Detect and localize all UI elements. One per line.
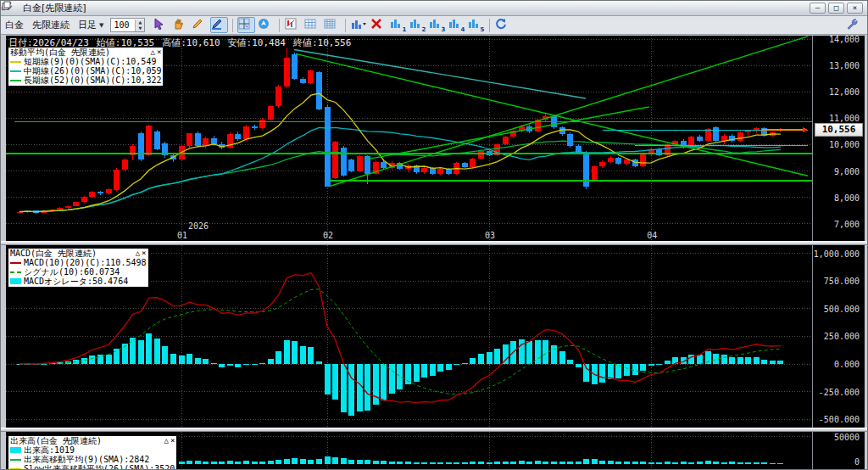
- legend-row: 出来高:1019: [10, 445, 175, 455]
- toolbar-separator: [489, 19, 490, 32]
- marker-tool-button[interactable]: [210, 17, 228, 33]
- legend-title: 移動平均(白金 先限連続): [10, 48, 110, 57]
- minimize-button[interactable]: –: [810, 3, 826, 14]
- toolbar: 白金 先限連続 日足 ▼ ▲ ▼: [1, 16, 867, 35]
- legend-text: シグナル(10):60.0734: [24, 267, 120, 277]
- price-tick-label: 11,000: [829, 114, 860, 123]
- copy-window-icon[interactable]: [793, 3, 807, 14]
- month-label-04: 04: [647, 231, 657, 240]
- legend-swatch: [10, 271, 21, 273]
- collapse-icon[interactable]: △: [151, 48, 155, 57]
- legend-title-row: MACD(白金 先限連続)△×: [10, 249, 147, 258]
- crosshair-tool-button[interactable]: [237, 17, 255, 33]
- legend-text: Slow出来高移動平均(26)(SMA):3520: [24, 464, 175, 470]
- toolbar-separator: [345, 19, 346, 32]
- legend-text: 中期線(26)(0)(SMA)(C):10,059: [24, 66, 161, 76]
- grid-button[interactable]: [303, 17, 321, 33]
- period-value: 日足: [78, 19, 97, 31]
- close-icon[interactable]: ×: [157, 48, 161, 57]
- collapse-icon[interactable]: △: [136, 249, 140, 258]
- toolbar-separator: [279, 19, 280, 32]
- legend-text: 長期線(52)(0)(SMA)(C):10,322: [24, 76, 161, 85]
- indicator-5-button[interactable]: 5: [467, 17, 485, 33]
- legend-row: 長期線(52)(0)(SMA)(C):10,322: [10, 76, 161, 85]
- legend-swatch: [10, 61, 21, 63]
- symbol-label: 白金: [5, 19, 24, 31]
- month-label-02: 02: [323, 231, 333, 240]
- legend-swatch: [10, 468, 21, 470]
- macd-tick-label: 750.000: [824, 277, 860, 286]
- legend-swatch: [10, 80, 21, 81]
- refresh-g-icon[interactable]: [777, 3, 791, 14]
- legend-controls: △×: [136, 249, 147, 258]
- quote-field: 終値:10,556: [293, 37, 351, 48]
- chart-region: 日付:2026/04/23始値:10,535高値:10,610安値:10,484…: [1, 35, 867, 469]
- legend-swatch: [10, 447, 21, 453]
- indicator-1-button[interactable]: 1: [389, 17, 407, 33]
- price-axis-gutter[interactable]: 10,556 14,00013,00012,00011,00010,0009,0…: [812, 36, 865, 469]
- volume-tick-label: 50000: [834, 433, 860, 442]
- volume-tick-label: 0: [854, 457, 860, 467]
- price-tick-label: 14,000: [829, 35, 860, 44]
- legend-swatch: [10, 278, 21, 284]
- close-button[interactable]: ×: [847, 3, 863, 14]
- legend-title-row: 出来高(白金 先限連続)△×: [10, 436, 175, 445]
- legend-text: 出来高移動平均(9)(SMA):2842: [24, 455, 149, 464]
- indicator-number: 2: [422, 26, 426, 33]
- macd-tick-label: -500.000: [819, 415, 860, 424]
- period-select[interactable]: 日足 ▼: [78, 19, 103, 31]
- legend-row: Slow出来高移動平均(26)(SMA):3520: [10, 464, 175, 470]
- indicator-4-button[interactable]: 4: [448, 17, 465, 33]
- legend-swatch: [10, 459, 21, 461]
- pen-icon[interactable]: [761, 3, 775, 14]
- legend-row: 短期線(9)(0)(SMA)(C):10,549: [10, 57, 161, 66]
- grid-dense-button[interactable]: [323, 17, 341, 33]
- toolbar-separator: [232, 19, 233, 32]
- ma-legend: 移動平均(白金 先限連続)△×短期線(9)(0)(SMA)(C):10,549中…: [8, 47, 164, 87]
- price-tick-label: 8,000: [834, 193, 860, 203]
- close-icon[interactable]: ×: [142, 249, 146, 258]
- legend-text: MACD(10)(20)(C):110.5498: [24, 258, 147, 267]
- quote-field: 高値:10,610: [162, 37, 220, 48]
- dropdown-arrow-icon: ▼: [99, 22, 103, 29]
- legend-title: 出来高(白金 先限連続): [10, 436, 102, 445]
- maximize-button[interactable]: □: [828, 3, 844, 14]
- spinner-up-icon[interactable]: ▲: [136, 20, 144, 25]
- legend-title: MACD(白金 先限連続): [10, 249, 97, 258]
- remove-indicator-button[interactable]: [370, 17, 387, 33]
- month-label-01: 01: [177, 231, 187, 240]
- collapse-icon[interactable]: △: [164, 436, 169, 445]
- indicator-number: 1: [403, 26, 407, 33]
- pointer-tool-button[interactable]: [152, 17, 170, 33]
- macd-tick-label: 500.000: [824, 305, 860, 314]
- close-icon[interactable]: ×: [170, 436, 175, 445]
- year-label: 2026: [188, 221, 209, 231]
- legend-row: 出来高移動平均(9)(SMA):2842: [10, 455, 175, 464]
- zoom-tool-button[interactable]: [257, 17, 275, 33]
- bars-count-input[interactable]: [111, 19, 135, 31]
- chart-type-button[interactable]: [284, 17, 302, 33]
- panel-separator[interactable]: [1, 428, 867, 432]
- price-tick-label: 7,000: [834, 220, 860, 229]
- indicator-3-button[interactable]: 3: [428, 17, 446, 33]
- window-title: 白金[先限連続]: [23, 2, 86, 14]
- legend-row: 中期線(26)(0)(SMA)(C):10,059: [10, 66, 161, 76]
- indicator-menu-button[interactable]: [350, 17, 368, 33]
- legend-text: 出来高:1019: [24, 445, 75, 455]
- legend-row: MACD(10)(20)(C):110.5498: [10, 258, 147, 267]
- hand-tool-button[interactable]: [171, 17, 189, 33]
- pencil-tool-button[interactable]: [191, 17, 209, 33]
- settings-wrench-button[interactable]: [845, 17, 863, 33]
- legend-text: MACDオシレータ:50.4764: [24, 277, 128, 286]
- app-window: 白金[先限連続] – □ × 白金 先限連続 日足 ▼ ▲: [0, 0, 868, 470]
- legend-controls: △×: [151, 48, 162, 57]
- title-bar: 白金[先限連続] – □ ×: [1, 1, 867, 16]
- indicator-2-button[interactable]: 2: [409, 17, 426, 33]
- price-tick-label: 9,000: [834, 167, 860, 176]
- reload-button[interactable]: [494, 17, 512, 33]
- spinner-down-icon[interactable]: ▼: [136, 25, 144, 31]
- panel-separator[interactable]: [1, 241, 867, 245]
- indicator-number: 5: [481, 26, 485, 33]
- month-label-03: 03: [485, 231, 495, 240]
- quote-field: 安値:10,484: [228, 37, 286, 48]
